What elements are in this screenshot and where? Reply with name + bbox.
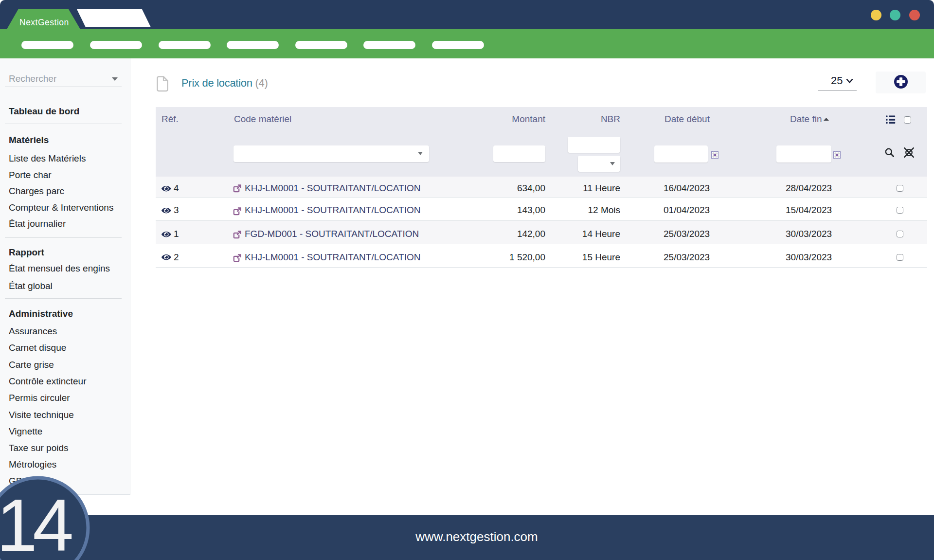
svg-text:14: 14: [0, 484, 72, 560]
